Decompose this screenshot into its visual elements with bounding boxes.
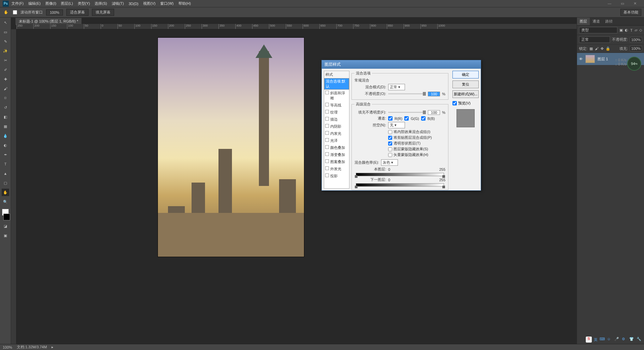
menu-image[interactable]: 图像(I) (45, 1, 56, 6)
tray-emoji-icon[interactable]: ☺ (607, 337, 612, 342)
hand-tool-icon[interactable]: ✋ (3, 9, 9, 16)
opacity-slider[interactable] (388, 93, 426, 94)
fill-opacity-slider[interactable] (388, 112, 426, 113)
cb-vector-mask-hide[interactable] (388, 153, 392, 157)
channel-g-checkbox[interactable] (404, 116, 409, 121)
filter-type-icon[interactable]: T (630, 28, 633, 32)
history-brush-tool-icon[interactable]: ↺ (2, 104, 9, 111)
style-blending-options[interactable]: 混合选项:默认 (324, 78, 349, 90)
under-layer-gradient[interactable] (356, 183, 444, 187)
menu-layer[interactable]: 图层(L) (61, 1, 73, 6)
style-inner-glow[interactable]: 内发光 (324, 130, 349, 137)
tray-tool-icon[interactable]: 🔧 (637, 337, 642, 342)
style-outer-glow[interactable]: 外发光 (324, 165, 349, 172)
filter-adjust-icon[interactable]: ◐ (625, 28, 628, 32)
cb-trans-shapes[interactable] (388, 141, 392, 146)
tab-paths[interactable]: 路径 (603, 18, 615, 25)
menu-select[interactable]: 选择(S) (95, 1, 107, 6)
menu-edit[interactable]: 编辑(E) (28, 1, 41, 6)
workspace-switcher[interactable]: 基本功能 (620, 9, 641, 16)
opacity-input[interactable]: 100 (428, 92, 440, 96)
visibility-icon[interactable]: 👁 (579, 57, 583, 61)
style-pattern-overlay[interactable]: 图案叠加 (324, 158, 349, 165)
tab-layers[interactable]: 图层 (577, 18, 590, 25)
fill-value[interactable]: 100% (630, 46, 642, 51)
tray-mic-icon[interactable]: 🎤 (614, 337, 620, 342)
filter-shape-icon[interactable]: ▱ (635, 28, 637, 32)
menu-help[interactable]: 帮助(H) (178, 1, 191, 6)
lock-paint-icon[interactable]: 🖌 (595, 46, 599, 51)
status-doc-size[interactable]: 文档:1.32M/3.74M (17, 345, 47, 350)
style-bevel-emboss[interactable]: 斜面和浮雕 (324, 90, 349, 102)
style-drop-shadow[interactable]: 投影 (324, 172, 349, 180)
menu-view[interactable]: 视图(V) (143, 1, 156, 6)
dodge-tool-icon[interactable]: ◐ (2, 141, 9, 149)
style-contour[interactable]: 等高线 (324, 102, 349, 109)
lock-pos-icon[interactable]: ✥ (601, 46, 604, 51)
eyedropper-tool-icon[interactable]: ✐ (2, 66, 9, 73)
background-color-swatch[interactable] (3, 214, 10, 220)
knockout-select[interactable]: 无 ▾ (388, 122, 405, 128)
layer-filter-kind[interactable]: 类型 (579, 27, 617, 33)
shape-tool-icon[interactable]: ▢ (2, 179, 9, 187)
crop-tool-icon[interactable]: ✂ (2, 57, 9, 64)
screenmode-icon[interactable]: ▣ (2, 232, 9, 239)
style-color-overlay[interactable]: 颜色叠加 (324, 144, 349, 151)
ok-button[interactable]: 确定 (452, 71, 479, 78)
fill-opacity-input[interactable]: 100 (428, 110, 440, 115)
hand-tool-icon[interactable]: ✋ (2, 189, 9, 196)
new-style-button[interactable]: 新建样式(W)... (452, 90, 479, 98)
system-gauge[interactable]: 94% (627, 57, 641, 71)
tray-skin-icon[interactable]: 👕 (629, 337, 635, 342)
window-restore-icon[interactable]: ▭ (621, 1, 624, 6)
style-texture[interactable]: 纹理 (324, 109, 349, 116)
channel-r-checkbox[interactable] (388, 116, 393, 121)
zoom-tool-icon[interactable]: 🔍 (2, 198, 9, 205)
scroll-all-checkbox[interactable] (13, 10, 17, 14)
style-inner-shadow[interactable]: 内阴影 (324, 123, 349, 130)
menu-3d[interactable]: 3D(D) (129, 2, 138, 6)
filter-smart-icon[interactable]: ◇ (639, 28, 642, 32)
cb-layer-mask-hide[interactable] (388, 147, 392, 151)
cb-blend-clipped[interactable] (388, 136, 392, 140)
window-close-icon[interactable]: ✕ (634, 1, 637, 6)
blur-tool-icon[interactable]: 💧 (2, 132, 9, 139)
style-satin[interactable]: 光泽 (324, 137, 349, 144)
sogou-ime-icon[interactable]: S (586, 337, 592, 343)
gradient-tool-icon[interactable]: ▦ (2, 123, 9, 130)
layer-name[interactable]: 图层 1 (598, 57, 608, 62)
cancel-button[interactable]: 复位 (452, 81, 479, 88)
magic-wand-tool-icon[interactable]: ✨ (2, 47, 9, 55)
brush-tool-icon[interactable]: 🖌 (2, 85, 9, 92)
stamp-tool-icon[interactable]: ⌑ (2, 94, 9, 102)
tray-settings-icon[interactable]: ⚙ (622, 337, 627, 342)
filter-pixel-icon[interactable]: ▣ (619, 28, 623, 32)
marquee-tool-icon[interactable]: ▭ (2, 28, 9, 36)
menu-window[interactable]: 窗口(W) (160, 1, 174, 6)
document-canvas[interactable] (158, 38, 304, 257)
lock-all-icon[interactable]: 🔒 (606, 46, 610, 51)
eraser-tool-icon[interactable]: ◧ (2, 113, 9, 121)
tray-keyboard-icon[interactable]: ⌨ (600, 337, 605, 342)
blend-mode-dropdown[interactable]: 正常 (579, 36, 610, 43)
tab-channels[interactable]: 通道 (590, 18, 603, 25)
healing-tool-icon[interactable]: ✚ (2, 75, 9, 83)
move-tool-icon[interactable]: ↖ (2, 19, 9, 26)
lasso-tool-icon[interactable]: ✎ (2, 38, 9, 45)
blendif-select[interactable]: 灰色 ▾ (381, 159, 398, 166)
pen-tool-icon[interactable]: ✒ (2, 151, 9, 158)
status-zoom[interactable]: 100% (3, 345, 12, 349)
zoom-level-button[interactable]: 100% (46, 9, 63, 15)
status-arrow-icon[interactable]: ▸ (52, 345, 54, 349)
menu-filter[interactable]: 滤镜(T) (112, 1, 124, 6)
preview-checkbox[interactable] (452, 101, 457, 105)
style-stroke[interactable]: 描边 (324, 116, 349, 123)
cb-blend-interior[interactable] (388, 130, 392, 134)
menu-file[interactable]: 文件(F) (11, 1, 24, 6)
menu-type[interactable]: 类型(Y) (78, 1, 90, 6)
this-layer-gradient[interactable] (356, 173, 444, 176)
window-minimize-icon[interactable]: — (608, 1, 611, 6)
ime-lang[interactable]: 英 (594, 337, 598, 342)
channel-b-checkbox[interactable] (421, 116, 426, 121)
style-gradient-overlay[interactable]: 渐变叠加 (324, 151, 349, 158)
